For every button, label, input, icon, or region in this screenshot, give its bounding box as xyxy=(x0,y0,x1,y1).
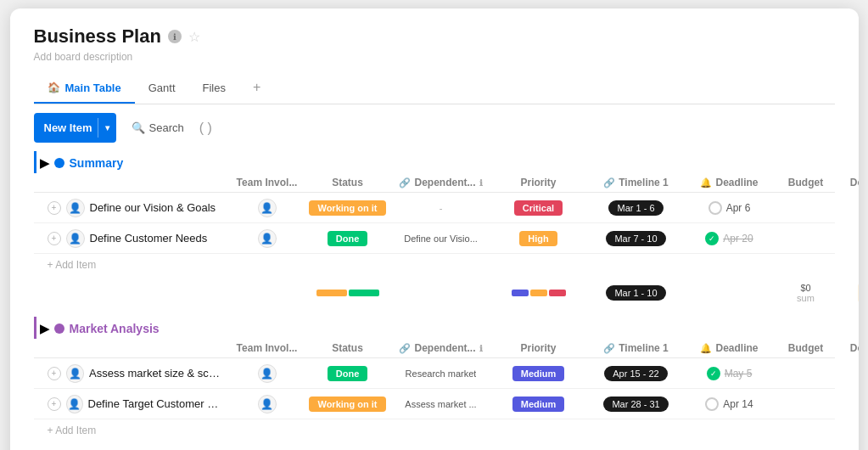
add-item-row-1[interactable]: + Add Item xyxy=(34,419,835,442)
team-invol-cell[interactable]: 👤 xyxy=(229,391,305,417)
col-header-dep-1: 🔗 Dependent... ℹ xyxy=(390,342,492,354)
status-cell[interactable]: Done xyxy=(305,363,390,385)
budget-cell[interactable] xyxy=(772,401,840,408)
budget-cell[interactable] xyxy=(772,205,840,211)
priority-cell[interactable]: Medium xyxy=(492,363,585,385)
tab-main-table[interactable]: 🏠 Main Table xyxy=(34,73,135,104)
group-market-header: Team Invol... Status 🔗 Dependent... ℹ Pr… xyxy=(34,339,835,358)
info-icon[interactable]: ℹ xyxy=(168,30,182,43)
priority-badge: High xyxy=(519,231,557,246)
new-item-label: New Item xyxy=(44,121,92,134)
new-item-dropdown-arrow[interactable]: ▾ xyxy=(98,118,116,138)
group-market-label[interactable]: ▶ Market Analysis xyxy=(34,317,835,339)
table-row: + 👤 Assess market size & scope 👤 Done Re… xyxy=(34,358,835,389)
team-invol-cell[interactable]: 👤 xyxy=(229,361,305,386)
summary-timeline: Mar 1 - 10 xyxy=(585,285,687,301)
docs-cell[interactable]: 📄 xyxy=(840,195,859,221)
group-market-collapse-icon[interactable]: ▶ xyxy=(40,322,49,335)
priority-cell[interactable]: High xyxy=(492,228,585,250)
col-header-team-1: Team Invol... xyxy=(229,342,305,354)
group-market-dot xyxy=(54,323,64,334)
summary-timeline-badge: Mar 1 - 10 xyxy=(606,285,665,301)
status-cell[interactable]: Working on it xyxy=(305,197,390,219)
tab-gantt[interactable]: Gantt xyxy=(135,73,189,104)
summary-bar-done xyxy=(349,290,379,296)
add-row-icon[interactable]: + xyxy=(48,397,61,411)
timeline-badge: Mar 7 - 10 xyxy=(606,231,665,246)
row-title-cell: + 👤 Define Customer Needs xyxy=(34,226,229,251)
title-row: Business Plan ℹ ☆ xyxy=(34,25,835,48)
deadline-cell[interactable]: Apr 6 xyxy=(687,198,772,218)
deadline-check xyxy=(708,201,722,215)
summary-bar-working xyxy=(316,290,347,296)
deadline-check-done: ✓ xyxy=(705,232,719,245)
deadline-check xyxy=(705,397,719,411)
budget-cell[interactable] xyxy=(772,370,840,377)
docs-cell[interactable]: 📄 xyxy=(840,226,859,251)
timeline-cell[interactable]: Apr 15 - 22 xyxy=(585,363,687,385)
status-badge: Working on it xyxy=(309,397,385,412)
docs-cell[interactable]: 📄 xyxy=(840,391,859,417)
group-market-summary-row: Mar 28 - Apr 22 $0 sum 📄 xyxy=(34,442,835,450)
group-summary-title: Summary xyxy=(70,156,124,170)
team-invol-cell[interactable]: 👤 xyxy=(229,226,305,251)
new-item-button[interactable]: New Item ▾ xyxy=(34,113,116,143)
col-header-priority-0: Priority xyxy=(492,177,585,188)
team-avatar: 👤 xyxy=(258,199,277,217)
status-badge: Done xyxy=(328,366,368,381)
summary-budget-1: $0 sum xyxy=(772,445,840,450)
budget-cell[interactable] xyxy=(772,235,840,242)
row-title-cell: + 👤 Define our Vision & Goals xyxy=(34,195,229,221)
deadline-cell[interactable]: Apr 14 xyxy=(687,394,772,414)
summary-priority-bars xyxy=(492,290,585,296)
status-cell[interactable]: Done xyxy=(305,228,390,250)
deadline-text: Apr 20 xyxy=(723,233,753,245)
search-icon: 🔍 xyxy=(132,121,145,134)
dependency-cell[interactable]: Assess market ... xyxy=(390,396,492,413)
deadline-cell[interactable]: ✓ May 5 xyxy=(687,363,772,384)
summary-status-bars xyxy=(305,290,390,296)
file-icon[interactable]: 📄 xyxy=(858,284,859,302)
col-header-deadline-0: 🔔 Deadline xyxy=(687,177,772,188)
col-header-status-1: Status xyxy=(305,342,390,354)
priority-badge: Medium xyxy=(512,397,565,412)
timeline-cell[interactable]: Mar 1 - 6 xyxy=(585,197,687,219)
team-invol-cell[interactable]: 👤 xyxy=(229,195,305,221)
summary-bar-p1 xyxy=(512,290,529,296)
col-header-dep-0: 🔗 Dependent... ℹ xyxy=(390,177,492,188)
add-row-icon[interactable]: + xyxy=(48,367,61,380)
col-header-budget-0: Budget xyxy=(772,177,840,188)
add-row-icon[interactable]: + xyxy=(48,232,61,245)
summary-docs[interactable]: 📄 📄 xyxy=(840,284,859,302)
docs-cell[interactable]: 📄 xyxy=(840,361,859,386)
table-row: + 👤 Define Target Customer & Need 👤 Work… xyxy=(34,389,835,419)
timeline-cell[interactable]: Mar 28 - 31 xyxy=(585,393,687,415)
board-subtitle[interactable]: Add board description xyxy=(34,51,835,63)
priority-cell[interactable]: Critical xyxy=(492,197,585,219)
dependency-cell[interactable]: - xyxy=(390,200,492,217)
deadline-text: Apr 14 xyxy=(723,398,753,410)
star-icon[interactable]: ☆ xyxy=(188,29,200,45)
dependency-cell[interactable]: Research market xyxy=(390,365,492,382)
search-button[interactable]: 🔍 Search xyxy=(123,116,193,139)
group-summary-label[interactable]: ▶ Summary xyxy=(34,151,835,173)
add-item-row-0[interactable]: + Add Item xyxy=(34,254,835,276)
priority-cell[interactable]: Medium xyxy=(492,393,585,415)
tab-files[interactable]: Files xyxy=(189,73,239,104)
timeline-badge: Apr 15 - 22 xyxy=(604,366,667,381)
col-header-priority-1: Priority xyxy=(492,342,585,354)
deadline-cell[interactable]: ✓ Apr 20 xyxy=(687,228,772,249)
group-summary-collapse-icon[interactable]: ▶ xyxy=(40,156,49,170)
tab-add[interactable]: + xyxy=(239,73,274,104)
page-title: Business Plan xyxy=(34,25,161,48)
timeline-cell[interactable]: Mar 7 - 10 xyxy=(585,228,687,250)
dependency-cell[interactable]: Define our Visio... xyxy=(390,230,492,247)
toolbar-more[interactable]: ( ) xyxy=(199,121,212,136)
group-summary-header: Team Invol... Status 🔗 Dependent... ℹ Pr… xyxy=(34,173,835,193)
tabs: 🏠 Main Table Gantt Files + xyxy=(34,73,835,104)
status-cell[interactable]: Working on it xyxy=(305,393,390,415)
dependency-text: Research market xyxy=(406,368,477,379)
team-avatar: 👤 xyxy=(258,229,277,248)
table-row: + 👤 Define our Vision & Goals 👤 Working … xyxy=(34,193,835,223)
add-row-icon[interactable]: + xyxy=(48,201,61,215)
